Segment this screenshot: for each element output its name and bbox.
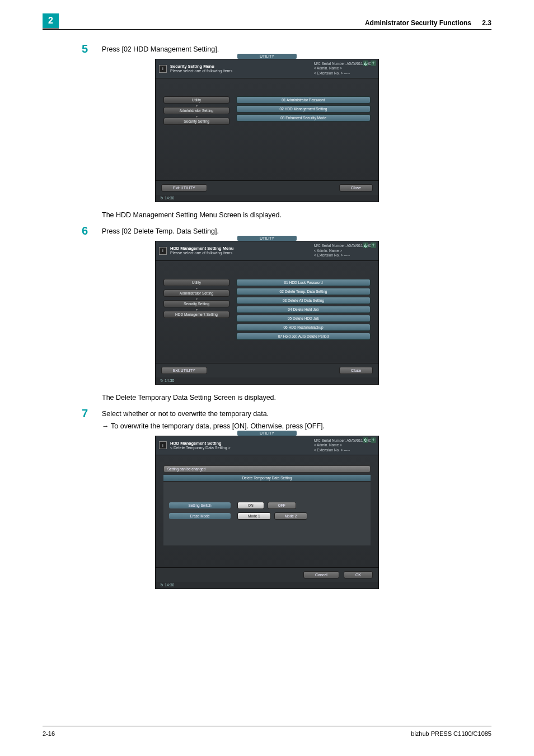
page-footer: 2-16 bizhub PRESS C1100/C1085	[43, 730, 491, 737]
info-icon: i	[159, 247, 167, 255]
panel-title-sub: < Delete Temporary Data Setting >	[170, 446, 231, 450]
extension-number: < Extension No. > -----	[314, 253, 375, 258]
close-button[interactable]: Close	[339, 367, 373, 374]
page-number: 2-16	[43, 730, 55, 737]
clock-time: 14:30	[165, 196, 175, 200]
power-icons: ⏻⇧	[363, 437, 376, 443]
power-icons: ⏻⇧	[363, 242, 376, 248]
utility-label: UTILITY	[237, 431, 297, 436]
panel-title-bold: HDD Management Setting	[170, 441, 314, 446]
menu-admin-password[interactable]: 01 Administrator Password	[236, 96, 371, 104]
page-section-badge: 2	[43, 13, 59, 30]
result-text-5: The HDD Management Setting Menu Screen i…	[102, 211, 491, 219]
menu-hdd-management[interactable]: 02 HDD Management Setting	[236, 105, 371, 113]
crumb-hdd-management[interactable]: HDD Management Setting	[163, 311, 229, 318]
clock-time: 14:30	[165, 379, 175, 382]
header-title: Administrator Security Functions	[365, 19, 471, 27]
ok-button[interactable]: OK	[344, 571, 373, 578]
arrow-icon: →	[102, 422, 111, 430]
step-text: Press [02 Delete Temp. Data Setting].	[102, 225, 219, 237]
step-number: 7	[82, 407, 102, 420]
menu-enhanced-security[interactable]: 03 Enhanced Security Mode	[236, 114, 371, 122]
menu-hdd-lock-password[interactable]: 01 HDD Lock Password	[236, 279, 371, 286]
step-number: 5	[82, 43, 102, 55]
panel-title-sub: Please select one of following items	[170, 251, 232, 255]
info-icon: i	[159, 65, 167, 73]
erase-mode-label: Erase Mode	[169, 513, 231, 519]
step-text: Select whether or not to overwrite the t…	[102, 407, 269, 420]
panel-title: Security Setting Menu Please select one …	[170, 64, 314, 73]
power-icons: ⏻⇧	[363, 60, 376, 66]
screenshot-hdd-management-menu: ⏻⇧ UTILITY i HDD Management Setting Menu…	[155, 241, 379, 384]
panel-title: HDD Management Setting Menu Please selec…	[170, 246, 314, 255]
menu-column: 01 Administrator Password 02 HDD Managem…	[233, 83, 374, 176]
crumb-utility[interactable]: Utility	[163, 96, 229, 104]
admin-name: < Admin. Name >	[314, 249, 375, 253]
page-header: Administrator Security Functions 2.3	[365, 19, 491, 27]
menu-hold-job-auto-delete[interactable]: 07 Hold Job Auto Delete Period	[236, 333, 371, 340]
step-number: 6	[82, 225, 102, 237]
panel-title-bold: HDD Management Setting Menu	[170, 246, 314, 251]
setting-switch-label: Setting Switch	[169, 502, 231, 508]
result-text-6: The Delete Temporary Data Setting Screen…	[102, 394, 491, 402]
substep-text: To overwrite the temporary data, press […	[111, 422, 325, 430]
header-rule	[43, 29, 491, 30]
close-button[interactable]: Close	[339, 184, 373, 192]
screenshot-security-setting-menu: ⏻⇧ UTILITY i Security Setting Menu Pleas…	[155, 59, 379, 202]
admin-name: < Admin. Name >	[314, 443, 375, 447]
product-name: bizhub PRESS C1100/C1085	[411, 730, 491, 737]
clock: ↻ 14:30	[156, 582, 378, 589]
menu-delete-temp-data[interactable]: 02 Delete Temp. Data Setting	[236, 288, 371, 295]
mode-1-button[interactable]: Mode 1	[237, 512, 271, 520]
utility-label: UTILITY	[237, 236, 297, 241]
menu-column: 01 HDD Lock Password 02 Delete Temp. Dat…	[233, 265, 374, 358]
screenshot-delete-temp-data-setting: ⏻⇧ UTILITY i HDD Management Setting < De…	[155, 436, 379, 589]
breadcrumb-column: Utility ▾ Administrator Setting ▾ Securi…	[160, 83, 233, 176]
settings-panel-title: Delete Temporary Data Setting	[163, 475, 371, 482]
footer-rule	[43, 726, 491, 726]
crumb-admin-setting[interactable]: Administrator Setting	[163, 107, 229, 114]
step-text: Press [02 HDD Management Setting].	[102, 43, 219, 55]
admin-name: < Admin. Name >	[314, 66, 375, 71]
panel-title-bold: Security Setting Menu	[170, 64, 314, 69]
extension-number: < Extension No. > -----	[314, 71, 375, 76]
clock: ↻ 14:30	[156, 377, 378, 384]
clock-time: 14:30	[165, 583, 175, 587]
cancel-button[interactable]: Cancel	[303, 571, 339, 578]
clock: ↻ 14:30	[156, 195, 378, 202]
crumb-security-setting[interactable]: Security Setting	[163, 300, 229, 307]
panel-title-sub: Please select one of following items	[170, 69, 232, 73]
crumb-security-setting[interactable]: Security Setting	[163, 118, 229, 125]
setting-change-bar: Setting can be changed	[163, 465, 371, 473]
utility-label: UTILITY	[237, 54, 297, 59]
menu-delete-hdd-job[interactable]: 05 Delete HDD Job	[236, 315, 371, 322]
menu-delete-hold-job[interactable]: 04 Delete Hold Job	[236, 306, 371, 313]
exit-utility-button[interactable]: Exit UTILITY	[161, 184, 207, 192]
step-7-substep: →To overwrite the temporary data, press …	[102, 422, 491, 430]
crumb-admin-setting[interactable]: Administrator Setting	[163, 290, 229, 297]
panel-title: HDD Management Setting < Delete Temporar…	[170, 441, 314, 450]
header-section: 2.3	[482, 19, 491, 27]
step-7: 7 Select whether or not to overwrite the…	[82, 407, 491, 420]
on-button[interactable]: ON	[237, 502, 264, 509]
menu-hdd-restore-backup[interactable]: 06 HDD Restore/Backup	[236, 324, 371, 331]
off-button[interactable]: OFF	[268, 502, 296, 509]
breadcrumb-column: Utility ▾ Administrator Setting ▾ Securi…	[160, 265, 233, 358]
settings-body: Setting Switch ON OFF Erase Mode Mode 1 …	[163, 482, 371, 545]
exit-utility-button[interactable]: Exit UTILITY	[161, 367, 207, 374]
info-icon: i	[159, 441, 167, 449]
menu-delete-all-data[interactable]: 03 Delete All Data Setting	[236, 297, 371, 304]
extension-number: < Extension No. > -----	[314, 448, 375, 452]
mode-2-button[interactable]: Mode 2	[274, 512, 308, 520]
crumb-utility[interactable]: Utility	[163, 279, 229, 286]
